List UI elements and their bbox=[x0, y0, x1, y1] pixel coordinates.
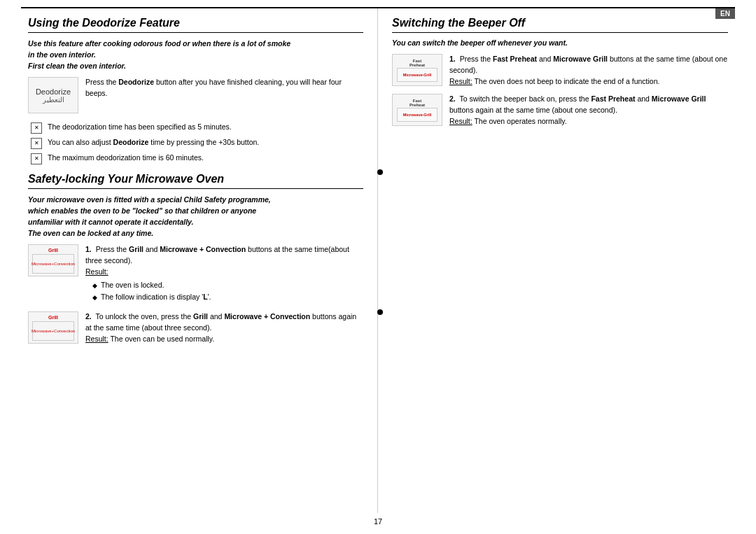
sub-bullet-text-1: The oven is locked. bbox=[101, 280, 164, 291]
step1-number: 1. bbox=[85, 245, 92, 253]
beeper-step1-text: 1. Press the Fast Preheat and Microwave … bbox=[449, 54, 728, 87]
beeper-step2-number: 2. bbox=[449, 94, 456, 103]
beeper-step2-image: FastPreheat Microwave·Grill bbox=[392, 94, 442, 126]
beeper-step2-result: The oven operates normally. bbox=[474, 117, 566, 125]
bullet-icon-3: ✕ bbox=[31, 153, 42, 164]
beeper-step1-number: 1. bbox=[449, 55, 456, 63]
beeper-step1-result: The oven does not beep to indicate the e… bbox=[474, 77, 659, 85]
left-column: Using the Deodorize Feature Use this fea… bbox=[21, 8, 378, 513]
safety-intro: Your microwave oven is fitted with a spe… bbox=[28, 195, 363, 239]
result-label-s1: Result: bbox=[85, 267, 108, 276]
bullet-text-2: You can also adjust Deodorize time by pr… bbox=[48, 137, 259, 148]
right-column: EN Switching the Beeper Off You can swit… bbox=[378, 8, 735, 513]
sub-bullet-1: ◆ The oven is locked. bbox=[92, 280, 363, 291]
beeper-step1-image: FastPreheat Microwave·Grill bbox=[392, 54, 442, 86]
deodorize-arabic-label: التعطير bbox=[43, 96, 64, 104]
step2-result-text: The oven can be used normally. bbox=[110, 335, 214, 343]
bullet-text-3: The maximum deodorization time is 60 min… bbox=[48, 153, 204, 164]
dot-separator-2 bbox=[377, 309, 383, 315]
bullet-text-1: The deodorization time has been specifie… bbox=[48, 122, 232, 133]
beeper-title: Switching the Beeper Off bbox=[392, 17, 728, 33]
deodorize-description: Press the Deodorize button after you hav… bbox=[85, 77, 363, 99]
page: Using the Deodorize Feature Use this fea… bbox=[0, 0, 756, 534]
deodorize-button-image: Deodorize التعطير bbox=[28, 77, 78, 113]
page-footer: 17 bbox=[21, 513, 735, 527]
en-badge: EN bbox=[715, 8, 735, 19]
beeper-step1-block: FastPreheat Microwave·Grill 1. Press the… bbox=[392, 54, 728, 87]
deodorize-title: Using the Deodorize Feature bbox=[28, 17, 363, 33]
deodorize-intro: Use this feature after cooking odorous f… bbox=[28, 38, 363, 71]
safety-step1-text: 1. Press the Grill and Microwave + Conve… bbox=[85, 244, 363, 304]
beeper-section: Switching the Beeper Off You can switch … bbox=[392, 17, 728, 127]
beeper-step2-text: 2. To switch the beeper back on, press t… bbox=[449, 94, 728, 127]
step2-number: 2. bbox=[85, 312, 92, 321]
deodorize-section: Using the Deodorize Feature Use this fea… bbox=[28, 17, 363, 164]
step1-sub-bullets: ◆ The oven is locked. ◆ The follow indic… bbox=[92, 280, 363, 304]
main-columns: Using the Deodorize Feature Use this fea… bbox=[21, 7, 735, 513]
safety-title: Safety-locking Your Microwave Oven bbox=[28, 173, 363, 189]
bullet-item-2: ✕ You can also adjust Deodorize time by … bbox=[31, 137, 363, 149]
safety-step2-text: 2. To unlock the oven, press the Grill a… bbox=[85, 311, 363, 344]
bullet-item-1: ✕ The deodorization time has been specif… bbox=[31, 122, 363, 134]
beeper-intro: You can switch the beeper off whenever y… bbox=[392, 38, 728, 47]
result-label-s2: Result: bbox=[85, 335, 108, 343]
bullet-item-3: ✕ The maximum deodorization time is 60 m… bbox=[31, 153, 363, 164]
beeper-result-label-1: Result: bbox=[449, 77, 472, 85]
page-number: 17 bbox=[374, 517, 382, 526]
beeper-result-label-2: Result: bbox=[449, 117, 472, 125]
sub-bullet-2: ◆ The follow indication is display 'L'. bbox=[92, 292, 363, 303]
safety-step2-image: Grill Microwave+Convection bbox=[28, 311, 78, 344]
safety-step1-image: Grill Microwave+Convection bbox=[28, 244, 78, 276]
deodorize-block: Deodorize التعطير Press the Deodorize bu… bbox=[28, 77, 363, 113]
beeper-step2-block: FastPreheat Microwave·Grill 2. To switch… bbox=[392, 94, 728, 127]
bullet-icon-1: ✕ bbox=[31, 122, 42, 134]
deodorize-eng-label: Deodorize bbox=[36, 87, 71, 96]
deodorize-bullets: ✕ The deodorization time has been specif… bbox=[31, 122, 363, 164]
safety-step1-block: Grill Microwave+Convection 1. Press the … bbox=[28, 244, 363, 304]
sub-bullet-text-2: The follow indication is display 'L'. bbox=[101, 292, 211, 303]
safety-section: Safety-locking Your Microwave Oven Your … bbox=[28, 173, 363, 344]
dot-separator-1 bbox=[377, 169, 383, 175]
bullet-icon-2: ✕ bbox=[31, 138, 42, 149]
safety-step2-block: Grill Microwave+Convection 2. To unlock … bbox=[28, 311, 363, 344]
